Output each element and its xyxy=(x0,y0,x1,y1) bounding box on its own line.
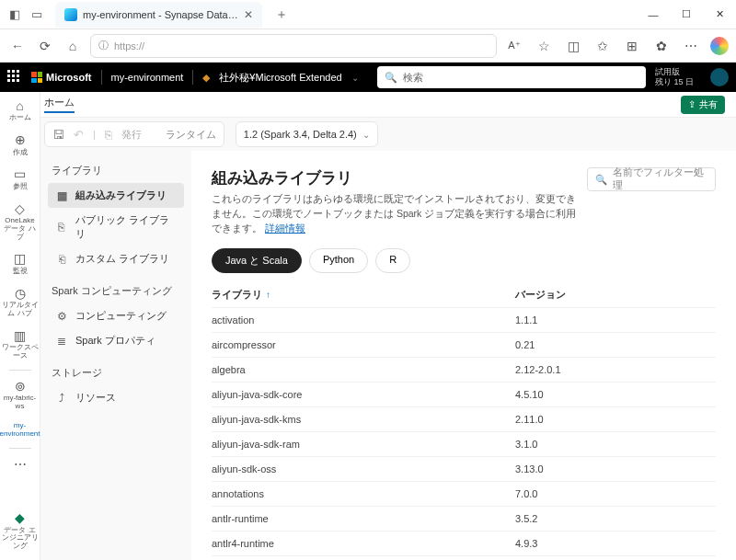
sidebar-item[interactable]: ▦組み込みライブラリ xyxy=(48,183,184,208)
sensitivity-label[interactable]: 社外秘¥Microsoft Extended xyxy=(219,71,341,85)
rail-item[interactable]: ▭参照 xyxy=(2,164,39,194)
table-row[interactable]: aliyun-java-sdk-ram3.1.0 xyxy=(212,431,716,456)
sidebar-heading: ストレージ xyxy=(48,366,184,380)
runtime-selector[interactable]: 1.2 (Spark 3.4, Delta 2.4) ⌄ xyxy=(236,121,378,147)
rail-label: ホーム xyxy=(9,114,31,122)
rail-label: my-fabric-ws xyxy=(2,394,39,411)
sidebar-item[interactable]: ≣Spark プロパティ xyxy=(48,328,184,353)
rail-label: my-environment xyxy=(0,422,40,439)
rail-item[interactable]: ⊚my-fabric-ws xyxy=(2,376,39,415)
copilot-icon[interactable] xyxy=(710,37,729,55)
cell-library: antlr4-runtime xyxy=(212,538,515,549)
publish-icon[interactable]: ⎘ xyxy=(105,128,112,142)
address-bar[interactable]: ⓘ https:// xyxy=(90,34,497,58)
rail-icon: ⊚ xyxy=(15,380,26,394)
global-search[interactable]: 🔍 検索 xyxy=(377,66,646,88)
window-titlebar: ◧ ▭ my-environment - Synapse Data… ✕ ＋ —… xyxy=(0,0,736,29)
sidebar-item[interactable]: ⎗カスタム ライブラリ xyxy=(48,246,184,271)
ms-logo[interactable]: Microsoft xyxy=(31,72,92,83)
rail-item[interactable]: ◇OneLake データ ハブ xyxy=(2,199,39,246)
sidebar-item-icon: ⚙ xyxy=(55,310,68,323)
rail-label: 監視 xyxy=(13,268,28,276)
content-pane: 組み込みライブラリ これらのライブラリはあらゆる環境に既定でインストールされてお… xyxy=(191,151,736,560)
page-description: これらのライブラリはあらゆる環境に既定でインストールされており、変更できません。… xyxy=(212,192,576,235)
environment-name[interactable]: my-environment xyxy=(111,72,184,83)
refresh-button[interactable]: ⟳ xyxy=(35,36,55,56)
rail-item[interactable]: ⋯ xyxy=(2,454,39,476)
close-icon[interactable]: ✕ xyxy=(244,8,253,21)
rail-item[interactable]: ⌂ホーム xyxy=(2,96,39,126)
more-icon[interactable]: ⋯ xyxy=(681,36,701,56)
language-pill[interactable]: Python xyxy=(309,248,368,273)
cell-library: aliyun-java-sdk-kms xyxy=(212,414,515,425)
cell-library: algebra xyxy=(212,364,515,375)
table-row[interactable]: aliyun-java-sdk-core4.5.10 xyxy=(212,382,716,406)
table-row[interactable]: annotations7.0.0 xyxy=(212,481,716,506)
sidebar-item[interactable]: ⚙コンピューティング xyxy=(48,303,184,328)
new-tab-button[interactable]: ＋ xyxy=(270,6,293,23)
column-version[interactable]: バージョン xyxy=(515,288,716,302)
rail-item[interactable]: ◫監視 xyxy=(2,248,39,279)
rail-item[interactable]: my-environment xyxy=(2,417,39,442)
rail-item[interactable]: ◷リアルタイム ハブ xyxy=(2,283,39,322)
publish-button[interactable]: 発行 xyxy=(121,128,142,142)
cell-version: 1.1.1 xyxy=(515,314,716,326)
app-launcher-icon[interactable] xyxy=(7,70,22,85)
favorites-bar-icon[interactable]: ✩ xyxy=(592,36,613,56)
column-library[interactable]: ライブラリ ↑ xyxy=(212,288,515,302)
table-row[interactable]: aircompressor0.21 xyxy=(212,332,716,357)
split-icon[interactable]: ◫ xyxy=(563,36,583,56)
table-row[interactable]: aopalliance-repackaged2.6.1 xyxy=(212,555,716,560)
read-aloud-icon[interactable]: A⁺ xyxy=(504,36,524,56)
table-row[interactable]: aliyun-sdk-oss3.13.0 xyxy=(212,456,716,481)
cell-version: 4.5.10 xyxy=(515,389,716,400)
cell-version: 2.11.0 xyxy=(515,414,716,425)
breadcrumb-home[interactable]: ホーム xyxy=(44,96,75,113)
table-row[interactable]: activation1.1.1 xyxy=(212,307,716,332)
rail-icon: ▭ xyxy=(14,167,26,181)
sort-asc-icon: ↑ xyxy=(266,290,270,300)
minimize-button[interactable]: — xyxy=(637,0,670,29)
share-button[interactable]: ⇪ 共有 xyxy=(681,96,725,114)
page-title: 組み込みライブラリ xyxy=(212,167,576,189)
language-pill[interactable]: R xyxy=(375,248,410,273)
table-row[interactable]: aliyun-java-sdk-kms2.11.0 xyxy=(212,406,716,431)
cell-library: aliyun-java-sdk-ram xyxy=(212,439,515,450)
learn-more-link[interactable]: 詳細情報 xyxy=(265,223,305,234)
undo-icon[interactable]: ↶ xyxy=(74,128,84,142)
extensions-icon[interactable]: ✿ xyxy=(651,36,672,56)
rail-item[interactable]: ▥ワークスペース xyxy=(2,326,39,364)
avatar[interactable] xyxy=(710,68,729,86)
rail-label: 作成 xyxy=(13,149,28,157)
close-window-button[interactable]: ✕ xyxy=(703,0,736,29)
table-header: ライブラリ ↑ バージョン xyxy=(212,282,716,307)
rail-item[interactable]: ⊕作成 xyxy=(2,130,39,160)
cell-version: 0.21 xyxy=(515,339,716,350)
table-row[interactable]: algebra2.12-2.0.1 xyxy=(212,357,716,382)
tabs-icon[interactable]: ▭ xyxy=(29,7,44,22)
chevron-down-icon[interactable]: ⌄ xyxy=(351,73,359,83)
home-button[interactable]: ⌂ xyxy=(63,36,83,56)
rail-label: ワークスペース xyxy=(2,344,39,360)
back-button[interactable]: ← xyxy=(7,36,28,56)
language-pill[interactable]: Java と Scala xyxy=(212,248,302,273)
table-row[interactable]: antlr4-runtime4.9.3 xyxy=(212,531,716,555)
ms-logo-icon xyxy=(31,72,42,83)
maximize-button[interactable]: ☐ xyxy=(670,0,703,29)
browser-tab[interactable]: my-environment - Synapse Data… ✕ xyxy=(55,2,262,28)
sidebar-item[interactable]: ⎘パブリック ライブラリ xyxy=(48,208,184,246)
rail-persona[interactable]: ◆データ エンジニアリング xyxy=(2,508,39,554)
sidebar-item-label: Spark プロパティ xyxy=(75,334,155,348)
table-row[interactable]: antlr-runtime3.5.2 xyxy=(212,506,716,531)
trial-status[interactable]: 試用版 残り 15 日 xyxy=(655,67,694,87)
profile-icon[interactable]: ◧ xyxy=(7,7,22,22)
rail-icon: ◫ xyxy=(14,252,26,266)
cell-version: 7.0.0 xyxy=(515,488,716,499)
favorite-icon[interactable]: ☆ xyxy=(534,36,554,56)
collections-icon[interactable]: ⊞ xyxy=(622,36,642,56)
cell-library: aliyun-java-sdk-core xyxy=(212,389,515,400)
save-icon[interactable]: 🖫 xyxy=(52,128,64,142)
sidebar-item[interactable]: ⤴リソース xyxy=(48,385,184,410)
filter-input[interactable]: 🔍 名前でフィルター処理 xyxy=(587,167,716,191)
url-text: https:// xyxy=(114,40,144,51)
